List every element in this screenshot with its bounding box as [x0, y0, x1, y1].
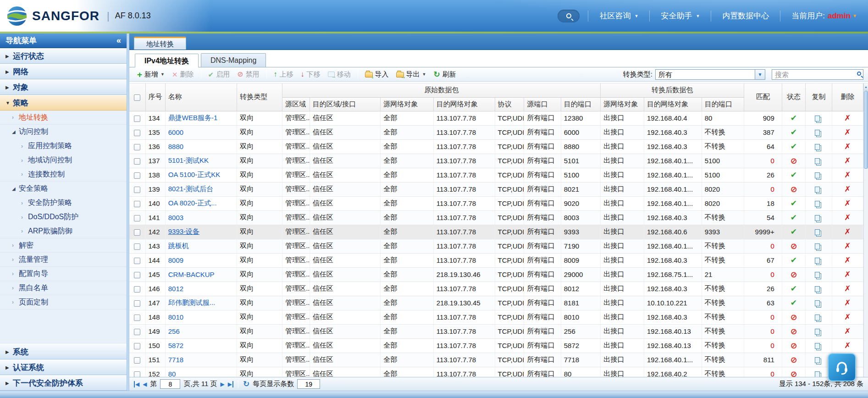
copy-icon[interactable]: [815, 272, 820, 278]
delete-icon[interactable]: [844, 285, 851, 293]
row-checkbox[interactable]: [134, 201, 140, 207]
toolbar-button[interactable]: 上移: [271, 69, 297, 80]
table-row[interactable]: 1429393-设备双向管理区...信任区全部113.107.7.78TCP,U…: [129, 225, 863, 239]
rule-name-link[interactable]: 7718: [168, 356, 183, 364]
copy-icon[interactable]: [815, 215, 820, 221]
row-checkbox[interactable]: [134, 357, 140, 364]
row-checkbox[interactable]: [134, 172, 140, 179]
table-row[interactable]: 1505872双向管理区...信任区全部113.107.7.78TCP,UDP所…: [129, 338, 863, 353]
status-enabled-icon[interactable]: [791, 171, 797, 179]
current-user[interactable]: 当前用户: admin ▼: [780, 11, 863, 22]
delete-icon[interactable]: [844, 199, 851, 207]
row-checkbox[interactable]: [134, 371, 140, 377]
rule-name-link[interactable]: 8009: [168, 256, 183, 264]
delete-icon[interactable]: [844, 157, 851, 165]
delete-icon[interactable]: [844, 271, 851, 278]
toolbar-button[interactable]: 新增▼: [134, 69, 168, 80]
table-row[interactable]: 145CRM-BACKUP双向管理区...信任区全部218.19.130.46T…: [129, 267, 863, 282]
subtab-active[interactable]: IPv4地址转换: [135, 54, 199, 67]
copy-icon[interactable]: [815, 158, 820, 164]
sidebar-item[interactable]: ›安全防护策略: [0, 196, 127, 210]
page-number-input[interactable]: [160, 379, 180, 389]
status-disabled-icon[interactable]: [790, 370, 797, 377]
row-checkbox[interactable]: [134, 315, 140, 321]
delete-icon[interactable]: [844, 327, 851, 335]
toolbar-button[interactable]: 删除: [169, 69, 197, 80]
delete-icon[interactable]: [844, 128, 851, 136]
sidebar-item[interactable]: ›DoS/DDoS防护: [0, 210, 127, 224]
subtab[interactable]: DNS-Mapping: [201, 53, 266, 67]
copy-icon[interactable]: [815, 229, 820, 235]
rule-name-link[interactable]: 5101-测试KK: [168, 156, 209, 164]
copy-icon[interactable]: [815, 243, 820, 249]
status-disabled-icon[interactable]: [790, 328, 797, 336]
copy-icon[interactable]: [815, 357, 820, 363]
status-enabled-icon[interactable]: [791, 199, 797, 207]
sidebar-section[interactable]: ▶运行状态: [0, 48, 127, 64]
delete-icon[interactable]: [844, 143, 851, 150]
status-disabled-icon[interactable]: [790, 342, 797, 350]
table-row[interactable]: 1398021-测试后台双向管理区...信任区全部113.107.7.78TCP…: [129, 182, 863, 196]
row-checkbox[interactable]: [134, 329, 140, 335]
row-checkbox[interactable]: [134, 343, 140, 349]
rule-name-link[interactable]: 鼎捷WEB服务-1: [168, 114, 218, 122]
delete-icon[interactable]: [844, 171, 851, 179]
delete-icon[interactable]: [844, 313, 851, 321]
search-icon[interactable]: [857, 72, 861, 76]
topbar-menu-item[interactable]: 社区咨询▼: [588, 11, 649, 22]
collapse-sidebar-button[interactable]: «: [116, 36, 121, 45]
table-row[interactable]: 15280双向管理区...信任区全部113.107.7.78TCP,UDP所有端…: [129, 367, 863, 377]
rule-name-link[interactable]: 5872: [168, 342, 183, 349]
sidebar-item[interactable]: ›解密: [0, 238, 127, 253]
sidebar-item[interactable]: ›配置向导: [0, 267, 127, 281]
table-row[interactable]: 149256双向管理区...信任区全部113.107.7.78TCP,UDP所有…: [129, 324, 863, 338]
sidebar-item-active[interactable]: ›地址转换: [0, 111, 127, 125]
rule-name-link[interactable]: 8021-测试后台: [168, 185, 213, 193]
status-disabled-icon[interactable]: [790, 243, 797, 250]
delete-icon[interactable]: [844, 214, 851, 221]
first-page-button[interactable]: ◀: [134, 381, 139, 387]
table-row[interactable]: 143跳板机双向管理区...信任区全部113.107.7.78TCP,UDP所有…: [129, 239, 863, 253]
toolbar-button[interactable]: 导入: [362, 69, 392, 80]
status-disabled-icon[interactable]: [790, 157, 797, 165]
row-checkbox[interactable]: [134, 258, 140, 264]
delete-icon[interactable]: [844, 299, 851, 307]
toolbar-button[interactable]: 启用: [205, 69, 233, 80]
customer-service-widget[interactable]: [828, 353, 856, 381]
rule-name-link[interactable]: 256: [168, 327, 180, 335]
copy-icon[interactable]: [815, 130, 820, 136]
copy-icon[interactable]: [815, 201, 820, 207]
copy-icon[interactable]: [815, 371, 820, 377]
table-row[interactable]: 1375101-测试KK双向管理区...信任区全部113.107.7.78TCP…: [129, 154, 863, 168]
sidebar-item[interactable]: ◢访问控制: [0, 125, 127, 139]
table-row[interactable]: 1468012双向管理区...信任区全部113.107.7.78TCP,UDP所…: [129, 282, 863, 296]
status-enabled-icon[interactable]: [791, 114, 797, 122]
delete-icon[interactable]: [844, 256, 851, 264]
table-row[interactable]: 138OA 5100-正式KK双向管理区...信任区全部113.107.7.78…: [129, 168, 863, 182]
delete-icon[interactable]: [844, 342, 851, 349]
copy-icon[interactable]: [815, 329, 820, 335]
search-input[interactable]: [772, 69, 863, 80]
row-checkbox[interactable]: [134, 229, 140, 236]
table-row[interactable]: 1356000双向管理区...信任区全部113.107.7.78TCP,UDP所…: [129, 125, 863, 139]
sidebar-item[interactable]: ›地域访问控制: [0, 153, 127, 167]
table-row[interactable]: 134鼎捷WEB服务-1双向管理区...信任区全部113.107.7.78TCP…: [129, 111, 863, 125]
rule-name-link[interactable]: 8012: [168, 285, 183, 293]
toolbar-button[interactable]: 导出▼: [393, 69, 430, 80]
select-caret-button[interactable]: ▼: [755, 69, 765, 80]
sidebar-section[interactable]: ▶网络: [0, 64, 127, 79]
table-row[interactable]: 1488010双向管理区...信任区全部113.107.7.78TCP,UDP所…: [129, 310, 863, 324]
table-row[interactable]: 1368880双向管理区...信任区全部113.107.7.78TCP,UDP所…: [129, 139, 863, 154]
sidebar-item[interactable]: ›ARP欺骗防御: [0, 224, 127, 238]
toolbar-button[interactable]: 禁用: [234, 69, 262, 80]
row-checkbox[interactable]: [134, 158, 140, 165]
copy-icon[interactable]: [815, 315, 820, 321]
copy-icon[interactable]: [815, 258, 820, 264]
select-all-checkbox[interactable]: [134, 94, 140, 101]
delete-icon[interactable]: [844, 114, 851, 122]
row-checkbox[interactable]: [134, 215, 140, 221]
row-checkbox[interactable]: [134, 272, 140, 278]
sidebar-item[interactable]: ›连接数控制: [0, 167, 127, 182]
rule-name-link[interactable]: 跳板机: [168, 242, 189, 249]
table-row[interactable]: 1517718双向管理区...信任区全部113.107.7.78TCP,UDP所…: [129, 353, 863, 367]
